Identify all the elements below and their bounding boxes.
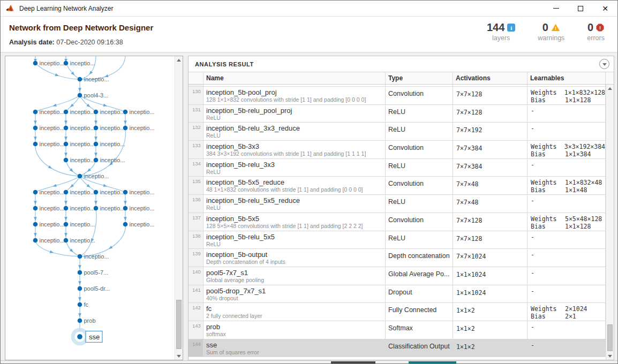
cell-name: inception_5b-5x5_reduce48 1×1×832 convol… bbox=[204, 177, 386, 194]
diagram-scrollbar[interactable] bbox=[175, 56, 183, 360]
analysis-date: Analysis date: 07-Dec-2020 09:16:38 bbox=[9, 39, 123, 46]
scroll-down-icon[interactable] bbox=[606, 352, 614, 360]
diagram-node-label: inceptio... bbox=[130, 109, 155, 115]
diagram-node-inceptio[interactable] bbox=[78, 254, 82, 259]
layer-name: inception_5b-5x5 bbox=[206, 215, 385, 223]
table-row-131[interactable]: 131inception_5b-relu_pool_projReLUReLU7×… bbox=[189, 105, 606, 123]
cell-type: ReLU bbox=[386, 123, 453, 140]
maximize-button[interactable] bbox=[568, 1, 593, 16]
minimize-button[interactable] bbox=[544, 1, 568, 16]
analysis-result-panel: ANALYSIS RESULT NameTypeActivationsLearn… bbox=[188, 56, 614, 360]
scroll-up-icon[interactable] bbox=[606, 85, 614, 92]
diagram-node-inceptio[interactable] bbox=[33, 238, 38, 243]
cell-activations: 1×1×2 bbox=[453, 339, 527, 357]
diagram-node-inceptio[interactable] bbox=[64, 61, 69, 66]
diagram-node-label: inceptio... bbox=[70, 109, 95, 115]
layers-count: 144 bbox=[487, 21, 504, 34]
table-scrollbar[interactable] bbox=[606, 85, 614, 360]
diagram-node-inceptio[interactable] bbox=[33, 142, 38, 147]
stat-errors: 0 ! errors bbox=[587, 21, 605, 42]
cell-type: Depth concatenation bbox=[386, 249, 453, 267]
diagram-node-label: inceptio... bbox=[70, 237, 95, 244]
collapse-button[interactable] bbox=[599, 59, 609, 69]
diagram-node-inceptio[interactable] bbox=[94, 190, 99, 195]
table-row-137[interactable]: 137inception_5b-5x5128 5×5×48 convolutio… bbox=[189, 213, 606, 231]
diagram-node-inceptio[interactable] bbox=[64, 126, 69, 131]
diagram-node-inceptio[interactable] bbox=[64, 206, 69, 211]
diagram-node-label: inceptio... bbox=[40, 109, 65, 115]
row-number: 131 bbox=[189, 105, 204, 123]
layer-description: softmax bbox=[206, 331, 385, 338]
diagram-node-inceptio[interactable] bbox=[33, 222, 38, 227]
diagram-node-inceptio[interactable] bbox=[64, 110, 69, 115]
cell-learnables: - bbox=[527, 195, 606, 213]
diagram-node-inceptio[interactable] bbox=[94, 126, 99, 131]
diagram-node-sse[interactable] bbox=[77, 334, 82, 339]
cell-name: inception_5b-relu_5x5_reduceReLU bbox=[204, 195, 386, 213]
cell-activations: 7×7×128 bbox=[453, 87, 527, 104]
diagram-node-inceptio[interactable] bbox=[33, 61, 38, 66]
table-row-144[interactable]: 144sseSum of squares errorClassification… bbox=[189, 339, 606, 358]
row-number: 135 bbox=[189, 177, 204, 194]
edge-arrow-icon bbox=[78, 313, 81, 317]
svg-text:!: ! bbox=[599, 25, 601, 31]
table-row-138[interactable]: 138inception_5b-relu_5x5ReLUReLU7×7×128- bbox=[189, 231, 606, 249]
column-header-scroll bbox=[606, 72, 614, 84]
diagram-node-inceptio[interactable] bbox=[123, 190, 128, 195]
diagram-node-label: pool5-dr... bbox=[84, 285, 110, 292]
diagram-node-inceptio[interactable] bbox=[78, 174, 82, 179]
close-button[interactable]: ✕ bbox=[593, 1, 617, 16]
table-row-130[interactable]: 130inception_5b-pool_proj128 1×1×832 con… bbox=[189, 87, 606, 105]
cell-type: Fully Connected bbox=[386, 303, 453, 321]
diagram-node-inceptio[interactable] bbox=[33, 206, 38, 211]
diagram-node-inceptio[interactable] bbox=[94, 110, 99, 115]
table-row-132[interactable]: 132inception_5b-relu_3x3_reduceReLUReLU7… bbox=[189, 123, 606, 141]
network-diagram[interactable]: inceptio...inceptio...inceptio...pool4-3… bbox=[5, 56, 175, 360]
cell-name: inception_5b-relu_3x3ReLU bbox=[204, 159, 386, 177]
scroll-down-icon[interactable] bbox=[175, 352, 183, 360]
layer-name: inception_5b-pool_proj bbox=[206, 88, 385, 96]
table-row-141[interactable]: 141pool5-drop_7x7_s140% dropoutDropout1×… bbox=[189, 285, 606, 304]
diagram-node-inceptio[interactable] bbox=[64, 238, 69, 243]
diagram-node-inceptio[interactable] bbox=[123, 110, 128, 115]
diagram-node-inceptio[interactable] bbox=[33, 126, 38, 131]
diagram-node-inceptio[interactable] bbox=[94, 158, 99, 163]
diagram-node-inceptio[interactable] bbox=[123, 126, 128, 131]
diagram-node-pool4-3[interactable] bbox=[78, 93, 82, 98]
layer-description: ReLU bbox=[206, 204, 385, 211]
table-row-134[interactable]: 134inception_5b-relu_3x3ReLUReLU7×7×384- bbox=[189, 159, 606, 177]
diagram-node-pool5-dr[interactable] bbox=[78, 286, 82, 291]
info-icon[interactable]: i bbox=[507, 24, 515, 32]
scrollbar-thumb[interactable] bbox=[607, 324, 613, 351]
diagram-node-inceptio[interactable] bbox=[123, 206, 128, 211]
table-row-139[interactable]: 139inception_5b-outputDepth concatenatio… bbox=[189, 249, 606, 267]
diagram-node-inceptio[interactable] bbox=[94, 206, 99, 211]
edge-arrow-icon bbox=[64, 120, 67, 124]
diagram-node-pool5-7[interactable] bbox=[78, 270, 82, 275]
table-row-140[interactable]: 140pool5-7x7_s1Global average poolingGlo… bbox=[189, 267, 606, 285]
diagram-node-label: inceptio... bbox=[40, 60, 65, 66]
table-row-142[interactable]: 142fc2 fully connected layerFully Connec… bbox=[189, 303, 606, 321]
layer-description: 128 1×1×832 convolutions with stride [1 … bbox=[206, 96, 385, 103]
diagram-node-label: inceptio... bbox=[70, 205, 95, 211]
diagram-node-inceptio[interactable] bbox=[94, 142, 99, 147]
scrollbar-thumb[interactable] bbox=[176, 300, 182, 349]
diagram-node-inceptio[interactable] bbox=[78, 77, 82, 82]
diagram-node-inceptio[interactable] bbox=[33, 190, 38, 195]
diagram-node-inceptio[interactable] bbox=[64, 222, 69, 227]
diagram-node-inceptio[interactable] bbox=[64, 158, 69, 163]
diagram-node-inceptio[interactable] bbox=[64, 190, 69, 195]
table-row-135[interactable]: 135inception_5b-5x5_reduce48 1×1×832 con… bbox=[189, 177, 606, 195]
diagram-node-inceptio[interactable] bbox=[123, 222, 128, 227]
diagram-node-label: pool5-7... bbox=[84, 269, 109, 276]
scroll-up-icon[interactable] bbox=[175, 56, 183, 64]
table-row-143[interactable]: 143probsoftmaxSoftmax1×1×2- bbox=[189, 321, 606, 339]
diagram-node-label: inceptio... bbox=[40, 189, 65, 195]
diagram-node-inceptio[interactable] bbox=[64, 142, 69, 147]
diagram-node-fc[interactable] bbox=[78, 302, 82, 307]
diagram-node-inceptio[interactable] bbox=[33, 110, 38, 115]
table-row-136[interactable]: 136inception_5b-relu_5x5_reduceReLUReLU7… bbox=[189, 195, 606, 213]
layer-name: inception_5b-relu_5x5_reduce bbox=[206, 196, 385, 204]
diagram-node-prob[interactable] bbox=[78, 318, 82, 323]
table-row-133[interactable]: 133inception_5b-3x3384 3×3×192 convoluti… bbox=[189, 141, 606, 159]
